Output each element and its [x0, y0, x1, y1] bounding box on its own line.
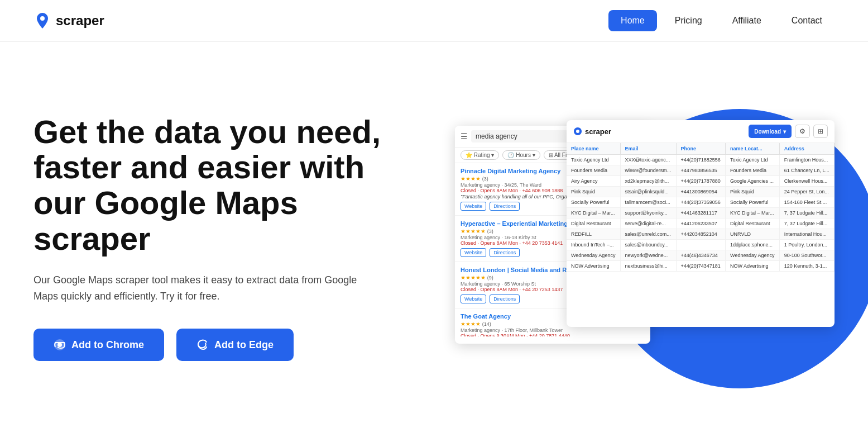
table-cell: 7, 37 Ludgate Hill...	[779, 208, 834, 218]
table-cell: Socially Powerful	[567, 197, 620, 208]
add-to-edge-button[interactable]: Add to Edge	[176, 329, 294, 361]
table-cell: 61 Chancery Ln, L...	[779, 165, 834, 176]
table-cell: International Hou...	[779, 229, 834, 240]
nav-contact[interactable]: Contact	[779, 10, 835, 31]
table-cell: 1ddplace:sphone...	[726, 240, 780, 250]
col-place-name: Place name	[567, 143, 620, 155]
table-row: KYC Digital – Mar...support@kyoiriky...+…	[567, 208, 835, 218]
table-cell: +44(20)74347181	[676, 261, 726, 272]
col-address: Address	[779, 143, 834, 155]
col-name-locat: name Locat...	[726, 143, 780, 155]
table-cell: 7, 37 Ludgate Hill...	[779, 218, 834, 229]
table-cell: Pink Squid	[567, 187, 620, 197]
table-row: Airy Agencyxd2klepmacy@ith...+44(20)7178…	[567, 176, 835, 187]
table-cell: Founders Media	[567, 165, 620, 176]
hero-visual: ☰ media agency 🔍 ✕ ⭐ Rating ▾ 🕐 Hours ▾ …	[455, 120, 835, 355]
sheet-actions: Download ▾ ⚙ ⊞	[749, 125, 828, 138]
table-cell: tallmamcem@soci...	[620, 197, 676, 208]
filter-rating[interactable]: ⭐ Rating ▾	[461, 150, 499, 160]
table-cell: Wednesday Agency	[567, 250, 620, 261]
nav-pricing[interactable]: Pricing	[663, 10, 714, 31]
col-phone: Phone	[676, 143, 726, 155]
table-cell: Clerkenwell Hous...	[779, 176, 834, 187]
table-cell: wi869@foundersm...	[620, 165, 676, 176]
hero-subtitle: Our Google Maps scraper tool makes it ea…	[33, 272, 357, 305]
table-cell: +441300869054	[676, 187, 726, 197]
table-cell: +441463281117	[676, 208, 726, 218]
table-cell: 120 Kennuth, 3-1...	[779, 261, 834, 272]
directions-btn-2[interactable]: Directions	[490, 248, 520, 257]
table-cell: KYC Digital – Mar...	[567, 208, 620, 218]
hero-buttons: Add to Chrome Add to Edge	[33, 329, 402, 361]
table-cell: xd2klepmacy@ith...	[620, 176, 676, 187]
chevron-down-icon: ▾	[783, 129, 786, 135]
table-cell: nextbusiness@hi...	[620, 261, 676, 272]
table-cell: sales@inboundcy...	[620, 240, 676, 250]
table-cell: Digital Restaurant	[567, 218, 620, 229]
nav-home[interactable]: Home	[608, 10, 657, 31]
grid-icon-btn[interactable]: ⊞	[813, 125, 828, 138]
table-cell: newyork@wedne...	[620, 250, 676, 261]
logo[interactable]: scraper	[33, 12, 104, 30]
table-cell: XXX@toxic-agenc...	[620, 155, 676, 165]
table-cell: Pink Squid	[726, 187, 780, 197]
table-cell: 154-160 Fleet St....	[779, 197, 834, 208]
table-cell: 1 Poultry, London...	[779, 240, 834, 250]
table-row: Toxic Agency LtdXXX@toxic-agenc...+44(20…	[567, 155, 835, 165]
chrome-icon	[54, 339, 66, 351]
table-cell: REDFILL	[567, 229, 620, 240]
table-row: NOW Advertisingnextbusiness@hi...+44(20)…	[567, 261, 835, 272]
website-btn-2[interactable]: Website	[461, 248, 486, 257]
table-cell: +44(20)37359056	[676, 197, 726, 208]
table-cell: Toxic Agency Ltd	[567, 155, 620, 165]
table-cell	[676, 240, 726, 250]
table-cell: +441206233507	[676, 218, 726, 229]
svg-point-3	[576, 130, 579, 133]
table-row: Founders Mediawi869@foundersm...+4479838…	[567, 165, 835, 176]
maps-item-status-4: Closed · Opens 9:30AM Mon · +44 20 7871 …	[461, 333, 645, 336]
website-btn-3[interactable]: Website	[461, 294, 486, 303]
svg-point-2	[57, 343, 62, 347]
table-cell: Inbound InTech –...	[567, 240, 620, 250]
table-cell: Google Agencies ...	[726, 176, 780, 187]
table-cell: stsair@plinksquld...	[620, 187, 676, 197]
navbar: scraper Home Pricing Affiliate Contact	[0, 0, 868, 42]
sheet-panel: scraper Download ▾ ⚙ ⊞ Place name Email	[567, 120, 835, 327]
table-cell: 24 Pepper St, Lon...	[779, 187, 834, 197]
table-cell: UNRVLD	[726, 229, 780, 240]
table-cell: Digital Restaurant	[726, 218, 780, 229]
table-cell: Airy Agency	[567, 176, 620, 187]
table-cell: support@kyoiriky...	[620, 208, 676, 218]
col-email: Email	[620, 143, 676, 155]
sheet-table: Place name Email Phone name Locat... Add…	[567, 143, 835, 272]
table-cell: +44(20)71882556	[676, 155, 726, 165]
download-button[interactable]: Download ▾	[749, 125, 792, 138]
table-cell: +44(20)71787880	[676, 176, 726, 187]
svg-point-0	[40, 16, 45, 21]
maps-menu-icon: ☰	[461, 132, 468, 141]
table-cell: serve@digital-re...	[620, 218, 676, 229]
hero-section: Get the data you need, faster and easier…	[0, 42, 868, 433]
table-cell: +44(46)4346734	[676, 250, 726, 261]
table-cell: 90-100 Southwor...	[779, 250, 834, 261]
table-row: Digital Restaurantserve@digital-re...+44…	[567, 218, 835, 229]
directions-btn-3[interactable]: Directions	[490, 294, 520, 303]
maps-item-info-4: Marketing agency · 17th Floor, Millbank …	[461, 327, 645, 333]
edge-icon	[196, 339, 209, 351]
table-cell: sales@unreld.com...	[620, 229, 676, 240]
add-to-chrome-button[interactable]: Add to Chrome	[33, 329, 164, 361]
nav-affiliate[interactable]: Affiliate	[720, 10, 774, 31]
directions-btn-1[interactable]: Directions	[490, 202, 520, 211]
table-row: REDFILLsales@unreld.com...+442034852104U…	[567, 229, 835, 240]
hero-text: Get the data you need, faster and easier…	[33, 114, 402, 362]
website-btn-1[interactable]: Website	[461, 202, 486, 211]
nav-links: Home Pricing Affiliate Contact	[608, 10, 835, 31]
table-cell: NOW Advertising	[567, 261, 620, 272]
sheet-logo-icon	[573, 127, 582, 136]
table-cell: Socially Powerful	[726, 197, 780, 208]
filter-hours[interactable]: 🕐 Hours ▾	[502, 150, 540, 160]
table-row: Wednesday Agencynewyork@wedne...+44(46)4…	[567, 250, 835, 261]
table-cell: NOW Advertising	[726, 261, 780, 272]
sheet-tbody: Toxic Agency LtdXXX@toxic-agenc...+44(20…	[567, 155, 835, 272]
settings-icon-btn[interactable]: ⚙	[795, 125, 810, 138]
